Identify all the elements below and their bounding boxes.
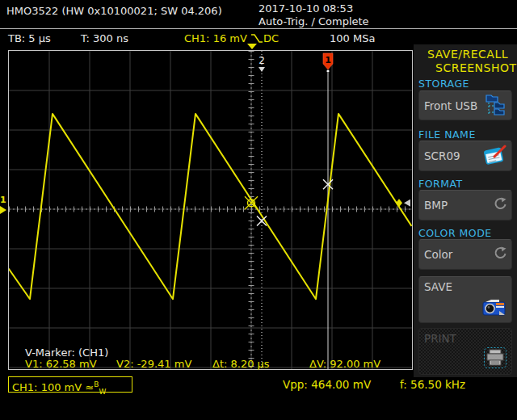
waveform-svg: 2 1	[9, 51, 412, 369]
dt-readout: Δt: 8.20 µs	[212, 358, 270, 370]
trigger-coupling-text: DC	[263, 32, 279, 44]
colormode-label: COLOR MODE	[418, 227, 492, 239]
trigger-status: Auto-Trig. / Complete	[258, 15, 369, 27]
trigger-time-flag[interactable]: 1	[323, 53, 333, 73]
falling-slope-icon	[250, 33, 263, 44]
filename-value: SCR09	[424, 149, 460, 162]
device-title: HMO3522 (HW 0x10100021; SW 04.206)	[6, 5, 222, 17]
sample-rate-readout: 100 MSa	[330, 32, 375, 44]
right-arrow-icon	[0, 206, 6, 214]
oscilloscope-screen: HMO3522 (HW 0x10100021; SW 04.206) 2017-…	[0, 0, 517, 420]
filename-label: FILE NAME	[418, 128, 476, 141]
format-button[interactable]: BMP	[418, 190, 512, 220]
colormode-button[interactable]: Color	[418, 239, 512, 270]
ch1-scale-text: CH1: 100 mV	[12, 381, 82, 393]
save-button[interactable]: SAVE	[418, 276, 512, 323]
trigger-time-readout: T: 300 ns	[81, 32, 128, 44]
trigger-flag-label: 1	[325, 55, 331, 65]
storage-button[interactable]: Front USB	[418, 90, 512, 120]
graticule	[9, 51, 412, 369]
v1-readout: V1: 62.58 mV	[25, 358, 97, 370]
usb-folders-icon	[485, 93, 506, 119]
v2-readout: V2: -29.41 mV	[116, 358, 191, 370]
menu-title: SAVE/RECALL	[427, 48, 508, 61]
filename-button[interactable]: SCR09	[418, 141, 512, 171]
storage-value: Front USB	[424, 99, 477, 112]
print-button-label: PRINT	[424, 332, 456, 345]
ac-coupling-icon: ≈	[85, 381, 94, 393]
softmenu-sidebar: SAVE/RECALL SCREENSHOTS STORAGE Front US…	[414, 44, 517, 377]
menu-subtitle: SCREENSHOTS	[435, 61, 517, 74]
cycle-arrow-icon	[493, 197, 506, 213]
marker-measurement-title: V-Marker: (CH1)	[25, 346, 108, 359]
trigger-source-readout: CH1: 16 mV DC	[184, 32, 279, 44]
timebase-readout: TB: 5 µs	[8, 32, 51, 44]
dv-readout: ΔV: 92.00 mV	[309, 358, 380, 370]
storage-label: STORAGE	[418, 78, 469, 90]
waveform-display: 2 1 V-Marker: (CH1) V1: 62.58 mV V2: -29…	[8, 50, 413, 370]
vpp-readout: Vpp: 464.00 mV	[283, 378, 371, 391]
print-button: PRINT	[418, 328, 512, 375]
cycle-arrow-icon	[493, 246, 506, 262]
colormode-value: Color	[424, 248, 452, 261]
camera-icon	[482, 299, 506, 319]
bw-limit-icon-w: W	[99, 388, 106, 396]
frequency-readout: f: 56.50 kHz	[400, 378, 465, 391]
trigger-position-marker[interactable]	[247, 44, 257, 49]
datetime: 2017-10-10 08:53	[258, 2, 353, 15]
vmarker2-arrow-icon	[258, 67, 265, 72]
ch1-waveform	[9, 114, 411, 299]
format-label: FORMAT	[418, 178, 463, 190]
ch1-marker-label: 1	[0, 195, 6, 205]
trigger-level-text: CH1: 16 mV	[184, 32, 247, 44]
printer-icon	[484, 347, 506, 371]
vmarker2-label: 2	[258, 55, 265, 66]
ch1-position-marker[interactable]: 1	[0, 195, 8, 214]
save-button-label: SAVE	[424, 280, 452, 293]
edit-notepad-icon	[482, 144, 506, 169]
format-value: BMP	[424, 199, 448, 212]
ch1-scale-box[interactable]: CH1: 100 mV ≈BW	[8, 376, 132, 393]
header-divider	[0, 28, 517, 29]
